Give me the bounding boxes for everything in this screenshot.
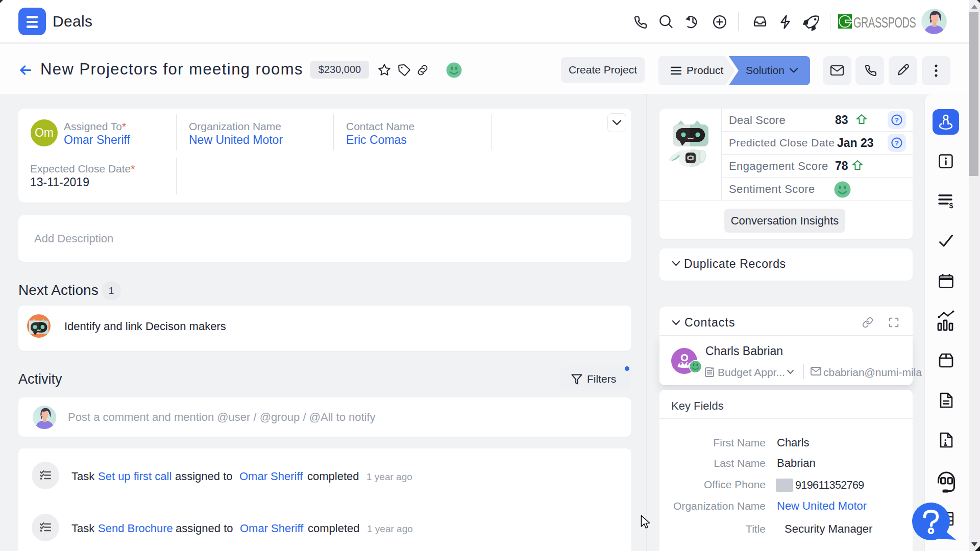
svg-text:?: ? [895, 116, 899, 124]
svg-text:$: $ [949, 202, 953, 210]
svg-text:?: ? [895, 139, 899, 147]
